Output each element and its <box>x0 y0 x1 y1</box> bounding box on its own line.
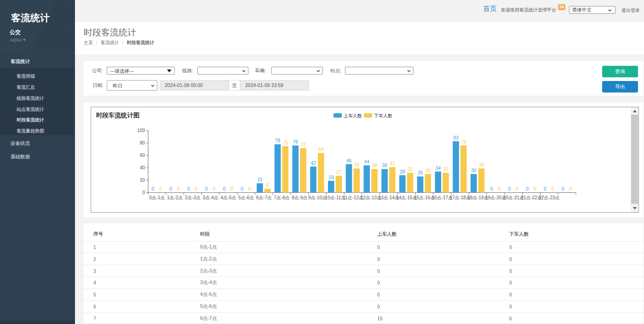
svg-text:0: 0 <box>151 186 154 191</box>
svg-text:64: 64 <box>318 146 324 152</box>
svg-text:22点-23点: 22点-23点 <box>539 195 560 200</box>
svg-text:28: 28 <box>400 169 405 174</box>
svg-text:0: 0 <box>534 186 536 191</box>
svg-text:40: 40 <box>140 165 145 170</box>
svg-text:0: 0 <box>177 186 180 191</box>
svg-text:0: 0 <box>516 186 518 191</box>
svg-text:76: 76 <box>293 139 298 145</box>
svg-text:0: 0 <box>569 186 572 191</box>
svg-text:0: 0 <box>526 186 529 191</box>
svg-text:38: 38 <box>372 162 377 168</box>
svg-text:0: 0 <box>248 186 251 191</box>
svg-text:76: 76 <box>461 139 466 145</box>
svg-text:下车人数: 下车人数 <box>374 113 392 118</box>
svg-text:4点-5点: 4点-5点 <box>220 195 236 200</box>
svg-text:0: 0 <box>187 186 190 191</box>
svg-text:1点-2点: 1点-2点 <box>167 195 183 200</box>
svg-text:34: 34 <box>435 165 441 171</box>
svg-text:0: 0 <box>562 186 564 191</box>
svg-text:46: 46 <box>346 158 352 163</box>
svg-text:0: 0 <box>223 186 225 191</box>
svg-text:0: 0 <box>213 186 215 191</box>
svg-text:72: 72 <box>300 142 306 147</box>
svg-text:0点-1点: 0点-1点 <box>149 195 165 200</box>
svg-text:0: 0 <box>544 186 546 191</box>
svg-text:75: 75 <box>282 140 288 145</box>
svg-text:9点-10点: 9点-10点 <box>308 195 327 200</box>
svg-text:8点-9点: 8点-9点 <box>292 195 307 200</box>
svg-text:32: 32 <box>408 166 413 172</box>
svg-text:0: 0 <box>490 186 493 191</box>
svg-text:0: 0 <box>142 190 145 195</box>
svg-text:3点-4点: 3点-4点 <box>202 195 218 200</box>
svg-text:100: 100 <box>137 128 145 133</box>
svg-text:78: 78 <box>275 138 281 143</box>
svg-text:19: 19 <box>328 174 334 180</box>
svg-text:30: 30 <box>471 168 477 173</box>
svg-text:2点-3点: 2点-3点 <box>185 195 201 200</box>
svg-text:0: 0 <box>241 186 243 191</box>
svg-text:7点-8点: 7点-8点 <box>274 195 289 200</box>
svg-text:39: 39 <box>354 162 359 168</box>
svg-text:20: 20 <box>140 178 145 183</box>
svg-text:60: 60 <box>140 153 145 158</box>
svg-text:5点-6点: 5点-6点 <box>238 195 254 200</box>
svg-text:83: 83 <box>453 135 459 140</box>
svg-text:30: 30 <box>425 168 431 173</box>
svg-text:0: 0 <box>159 186 162 191</box>
svg-text:6: 6 <box>266 182 269 188</box>
svg-text:上车人数: 上车人数 <box>343 113 362 118</box>
svg-text:0: 0 <box>169 186 172 191</box>
svg-text:39: 39 <box>479 162 484 168</box>
svg-text:32: 32 <box>443 166 448 172</box>
svg-text:15: 15 <box>257 177 263 182</box>
svg-text:0: 0 <box>195 186 198 191</box>
svg-text:42: 42 <box>310 160 316 166</box>
svg-text:44: 44 <box>364 159 369 164</box>
svg-text:0: 0 <box>230 186 233 191</box>
svg-text:0: 0 <box>508 186 511 191</box>
svg-text:0: 0 <box>498 186 500 191</box>
svg-text:41: 41 <box>390 161 395 166</box>
svg-text:0: 0 <box>552 186 554 191</box>
svg-text:26: 26 <box>418 170 423 175</box>
svg-text:80: 80 <box>140 140 145 145</box>
svg-text:0: 0 <box>205 186 208 191</box>
svg-text:6点-7点: 6点-7点 <box>256 195 272 200</box>
svg-text:38: 38 <box>382 162 387 168</box>
svg-text:27: 27 <box>336 169 342 175</box>
